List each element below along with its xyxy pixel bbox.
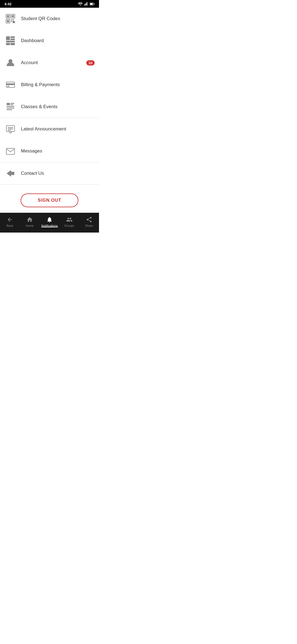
billing-icon bbox=[4, 79, 16, 91]
nav-item-home[interactable]: Home bbox=[20, 216, 40, 227]
nav-item-groups[interactable]: Groups bbox=[59, 216, 79, 227]
sign-out-section: SIGN OUT bbox=[0, 185, 99, 213]
svg-rect-11 bbox=[12, 15, 14, 17]
menu-item-contact-us[interactable]: Contact Us bbox=[0, 162, 99, 184]
menu-label-contact-us: Contact Us bbox=[21, 171, 95, 176]
svg-rect-28 bbox=[7, 103, 10, 105]
groups-icon bbox=[66, 216, 73, 223]
nav-item-share[interactable]: Share bbox=[79, 216, 99, 227]
menu-item-messages[interactable]: Messages bbox=[0, 140, 99, 162]
signal-icon bbox=[84, 2, 88, 6]
menu-item-student-qr-codes[interactable]: Student QR Codes bbox=[0, 8, 99, 30]
classes-icon bbox=[4, 101, 16, 113]
menu-label-classes-events: Classes & Events bbox=[21, 104, 95, 110]
menu-label-messages: Messages bbox=[21, 148, 95, 154]
svg-rect-35 bbox=[8, 127, 13, 128]
svg-rect-26 bbox=[6, 83, 15, 85]
svg-rect-9 bbox=[7, 15, 9, 17]
svg-rect-38 bbox=[6, 148, 15, 154]
dashboard-icon bbox=[4, 35, 16, 47]
svg-rect-17 bbox=[13, 21, 15, 23]
svg-rect-37 bbox=[8, 130, 11, 131]
nav-label-share: Share bbox=[85, 224, 93, 227]
menu-item-latest-announcement[interactable]: Latest Announcement bbox=[0, 118, 99, 140]
menu-list: Student QR Codes Dashboard bbox=[0, 8, 99, 213]
sign-out-button[interactable]: SIGN OUT bbox=[21, 193, 78, 207]
qr-icon bbox=[4, 13, 16, 25]
nav-label-home: Home bbox=[26, 224, 34, 227]
home-icon bbox=[26, 216, 33, 223]
svg-rect-18 bbox=[6, 36, 10, 40]
menu-item-billing-payments[interactable]: Billing & Payments bbox=[0, 74, 99, 96]
account-badge: 10 bbox=[86, 60, 95, 66]
nav-label-groups: Groups bbox=[64, 224, 74, 227]
svg-rect-14 bbox=[11, 19, 12, 20]
menu-label-latest-announcement: Latest Announcement bbox=[21, 126, 95, 132]
menu-item-dashboard[interactable]: Dashboard bbox=[0, 30, 99, 52]
battery-icon bbox=[90, 2, 95, 6]
menu-label-student-qr-codes: Student QR Codes bbox=[21, 16, 95, 21]
account-icon bbox=[4, 57, 16, 69]
menu-section-comms: Latest Announcement Messages bbox=[0, 118, 99, 162]
menu-item-account[interactable]: Account 10 bbox=[0, 52, 99, 74]
back-icon bbox=[7, 216, 13, 223]
svg-rect-31 bbox=[7, 106, 14, 107]
svg-rect-23 bbox=[10, 43, 15, 45]
menu-item-classes-events[interactable]: Classes & Events bbox=[0, 96, 99, 118]
svg-rect-15 bbox=[13, 19, 14, 20]
svg-rect-0 bbox=[84, 4, 85, 6]
nav-item-notifications[interactable]: Notifications bbox=[40, 216, 59, 227]
nav-item-back[interactable]: Back bbox=[0, 216, 20, 227]
share-icon bbox=[86, 216, 92, 223]
notifications-icon bbox=[46, 216, 53, 223]
svg-rect-4 bbox=[87, 2, 88, 6]
status-icons bbox=[78, 2, 95, 6]
bottom-nav: Back Home Notifications Groups Share bbox=[0, 213, 99, 233]
svg-rect-22 bbox=[6, 43, 10, 45]
svg-marker-39 bbox=[7, 170, 14, 177]
svg-rect-13 bbox=[7, 20, 9, 22]
status-time: 4:42 bbox=[4, 2, 12, 6]
svg-rect-7 bbox=[90, 3, 93, 5]
svg-rect-2 bbox=[86, 3, 86, 6]
menu-label-dashboard: Dashboard bbox=[21, 38, 95, 43]
messages-icon bbox=[4, 145, 16, 157]
svg-rect-27 bbox=[7, 86, 9, 87]
wifi-icon bbox=[78, 2, 82, 6]
menu-section-main: Student QR Codes Dashboard bbox=[0, 8, 99, 118]
svg-rect-6 bbox=[94, 3, 95, 4]
contact-icon bbox=[4, 167, 16, 179]
status-bar: 4:42 bbox=[0, 0, 99, 8]
svg-rect-19 bbox=[10, 36, 15, 38]
svg-rect-32 bbox=[7, 108, 14, 108]
svg-rect-33 bbox=[7, 109, 12, 110]
menu-section-support: Contact Us bbox=[0, 162, 99, 185]
svg-rect-3 bbox=[87, 2, 87, 6]
announcement-icon bbox=[4, 123, 16, 135]
svg-rect-21 bbox=[6, 41, 15, 42]
svg-rect-36 bbox=[8, 129, 13, 129]
svg-rect-30 bbox=[10, 104, 13, 105]
menu-label-account: Account bbox=[21, 60, 86, 66]
menu-label-billing-payments: Billing & Payments bbox=[21, 82, 95, 88]
svg-rect-1 bbox=[85, 4, 86, 6]
svg-rect-20 bbox=[10, 39, 15, 40]
nav-label-back: Back bbox=[7, 224, 13, 227]
svg-rect-16 bbox=[11, 21, 12, 22]
svg-rect-29 bbox=[10, 103, 14, 104]
